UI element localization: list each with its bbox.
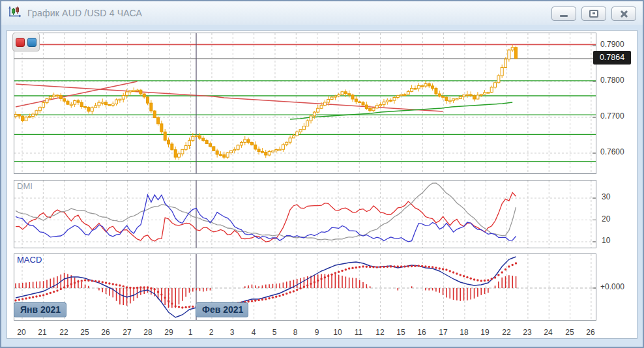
titlebar: График AUD /USD 4 ЧАСА xyxy=(1,1,643,25)
date-axis-label: 29 xyxy=(159,328,179,337)
price-axis-label: 0.7900 xyxy=(600,40,638,49)
dmi-panel[interactable]: DMI xyxy=(14,180,596,248)
date-axis-label: 8 xyxy=(285,328,305,337)
date-axis-label: 18 xyxy=(454,328,474,337)
date-axis-label: 16 xyxy=(412,328,432,337)
price-axis-label: 0.7800 xyxy=(600,76,638,85)
date-axis-label: 28 xyxy=(138,328,158,337)
current-price-badge: 0.7864 xyxy=(593,51,631,65)
date-axis-label: 9 xyxy=(307,328,327,337)
dmi-axis-label: 10 xyxy=(602,236,639,245)
close-icon xyxy=(619,10,628,18)
date-axis-label: 2 xyxy=(201,328,221,337)
date-axis-label: 4 xyxy=(244,328,263,337)
window-title: График AUD /USD 4 ЧАСА xyxy=(27,8,142,18)
macd-label: MACD xyxy=(17,255,42,265)
date-axis-label: 20 xyxy=(12,328,31,337)
dmi-axis-label: 20 xyxy=(602,214,639,224)
minimize-icon xyxy=(560,15,568,17)
date-axis-label: 24 xyxy=(538,328,558,337)
candlestick-chart-icon xyxy=(8,5,22,21)
date-axis-label: 1 xyxy=(181,328,200,337)
date-axis-label: 17 xyxy=(433,328,453,337)
client-area: DMI MACD 0.79000.78000.77000.7600302010+… xyxy=(1,25,643,347)
minimize-button[interactable] xyxy=(551,7,576,21)
dmi-axis-label: 30 xyxy=(602,192,639,201)
chart-mini-toolbar xyxy=(12,33,40,51)
date-axis-label: 3 xyxy=(222,328,242,337)
price-chart xyxy=(14,33,596,173)
date-axis-label: 27 xyxy=(117,328,137,337)
date-axis-label: 15 xyxy=(391,328,411,337)
price-axis-label: 0.7700 xyxy=(600,111,638,121)
date-axis-label: 23 xyxy=(518,328,537,337)
date-axis-label: 10 xyxy=(328,328,347,337)
red-marker-button[interactable] xyxy=(16,38,25,47)
date-axis-label: 26 xyxy=(581,328,600,337)
macd-zero-label: +0.000 xyxy=(600,282,638,291)
date-axis-label: 5 xyxy=(265,328,284,337)
macd-chart xyxy=(14,254,596,320)
date-axis-label: 26 xyxy=(96,328,115,337)
dmi-label: DMI xyxy=(17,181,33,191)
price-axis-label: 0.7600 xyxy=(600,147,638,156)
maximize-button[interactable] xyxy=(581,7,606,21)
date-axis-label: 19 xyxy=(475,328,495,337)
window-controls xyxy=(551,7,636,21)
chart-surface: DMI MACD 0.79000.78000.77000.7600302010+… xyxy=(7,30,637,339)
dmi-chart xyxy=(14,181,596,248)
price-panel[interactable] xyxy=(14,33,596,174)
date-axis-label: 12 xyxy=(370,328,390,337)
blue-marker-button[interactable] xyxy=(27,38,37,47)
macd-panel[interactable]: MACD xyxy=(14,254,596,321)
date-axis-label: 25 xyxy=(75,328,95,337)
date-axis-label: 25 xyxy=(560,328,579,337)
date-axis-label: 11 xyxy=(349,328,368,337)
date-axis-label: 21 xyxy=(33,328,52,337)
month-badge-january: Янв 2021 xyxy=(14,302,66,317)
date-axis-label: 22 xyxy=(497,328,516,337)
month-badge-february: Фев 2021 xyxy=(196,302,248,317)
maximize-icon xyxy=(589,10,598,18)
chart-window: График AUD /USD 4 ЧАСА DMI MACD xyxy=(0,0,644,348)
close-button[interactable] xyxy=(611,7,636,21)
date-axis-label: 22 xyxy=(54,328,74,337)
